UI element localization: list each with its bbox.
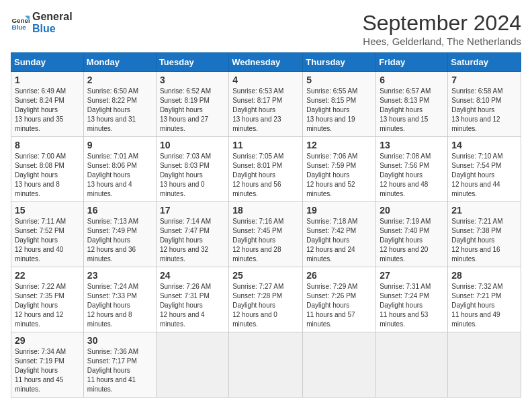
- table-row: 17Sunrise: 7:14 AMSunset: 7:47 PMDayligh…: [156, 202, 228, 267]
- svg-text:Blue: Blue: [11, 24, 26, 31]
- day-number: 3: [160, 75, 225, 85]
- calendar-title: September 2024: [362, 11, 521, 36]
- day-info: Sunrise: 7:08 AMSunset: 7:56 PMDaylight …: [380, 152, 444, 199]
- day-number: 15: [15, 205, 80, 216]
- table-row: 22Sunrise: 7:22 AMSunset: 7:35 PMDayligh…: [11, 267, 84, 332]
- day-info: Sunrise: 7:19 AMSunset: 7:40 PMDaylight …: [380, 217, 444, 264]
- table-row: 7Sunrise: 6:58 AMSunset: 8:10 PMDaylight…: [448, 72, 521, 137]
- table-row: 25Sunrise: 7:27 AMSunset: 7:28 PMDayligh…: [229, 267, 303, 332]
- day-number: 23: [87, 270, 152, 281]
- calendar-table: Sunday Monday Tuesday Wednesday Thursday…: [11, 52, 521, 398]
- day-number: 19: [306, 205, 372, 216]
- day-info: Sunrise: 7:18 AMSunset: 7:42 PMDaylight …: [306, 217, 372, 264]
- table-row: 5Sunrise: 6:55 AMSunset: 8:15 PMDaylight…: [303, 72, 376, 137]
- day-info: Sunrise: 7:01 AMSunset: 8:06 PMDaylight …: [87, 152, 152, 199]
- header-wednesday: Wednesday: [229, 53, 303, 72]
- day-info: Sunrise: 7:29 AMSunset: 7:26 PMDaylight …: [306, 282, 372, 329]
- day-number: 16: [87, 205, 152, 216]
- day-number: 22: [15, 270, 80, 281]
- page-header: General Blue General Blue September 2024…: [11, 11, 521, 47]
- day-info: Sunrise: 7:36 AMSunset: 7:17 PMDaylight …: [87, 347, 152, 394]
- day-info: Sunrise: 7:22 AMSunset: 7:35 PMDaylight …: [15, 282, 80, 329]
- day-info: Sunrise: 7:10 AMSunset: 7:54 PMDaylight …: [451, 152, 517, 199]
- day-number: 8: [15, 140, 80, 150]
- day-number: 5: [306, 75, 372, 85]
- table-row: 12Sunrise: 7:06 AMSunset: 7:59 PMDayligh…: [303, 137, 376, 202]
- day-info: Sunrise: 7:32 AMSunset: 7:21 PMDaylight …: [451, 282, 517, 329]
- table-row: 18Sunrise: 7:16 AMSunset: 7:45 PMDayligh…: [229, 202, 303, 267]
- title-area: September 2024 Hees, Gelderland, The Net…: [362, 11, 521, 47]
- table-row: 30Sunrise: 7:36 AMSunset: 7:17 PMDayligh…: [83, 332, 156, 398]
- table-row: [448, 332, 521, 398]
- day-info: Sunrise: 6:53 AMSunset: 8:17 PMDaylight …: [232, 87, 299, 134]
- table-row: 21Sunrise: 7:21 AMSunset: 7:38 PMDayligh…: [448, 202, 521, 267]
- day-number: 14: [451, 140, 517, 150]
- logo-text-general: General: [32, 11, 73, 23]
- day-info: Sunrise: 7:13 AMSunset: 7:49 PMDaylight …: [87, 217, 152, 264]
- day-info: Sunrise: 7:31 AMSunset: 7:24 PMDaylight …: [380, 282, 444, 329]
- day-info: Sunrise: 7:11 AMSunset: 7:52 PMDaylight …: [15, 217, 80, 264]
- table-row: 19Sunrise: 7:18 AMSunset: 7:42 PMDayligh…: [303, 202, 376, 267]
- day-number: 25: [232, 270, 299, 281]
- day-number: 2: [87, 75, 152, 85]
- table-row: 9Sunrise: 7:01 AMSunset: 8:06 PMDaylight…: [83, 137, 156, 202]
- day-number: 9: [87, 140, 152, 150]
- table-row: 24Sunrise: 7:26 AMSunset: 7:31 PMDayligh…: [156, 267, 228, 332]
- day-number: 17: [160, 205, 225, 216]
- day-number: 10: [160, 140, 225, 150]
- day-info: Sunrise: 7:06 AMSunset: 7:59 PMDaylight …: [306, 152, 372, 199]
- calendar-body: 1Sunrise: 6:49 AMSunset: 8:24 PMDaylight…: [11, 72, 521, 398]
- header-monday: Monday: [83, 53, 156, 72]
- header-saturday: Saturday: [448, 53, 521, 72]
- day-number: 29: [15, 335, 80, 346]
- table-row: 6Sunrise: 6:57 AMSunset: 8:13 PMDaylight…: [376, 72, 448, 137]
- table-row: 8Sunrise: 7:00 AMSunset: 8:08 PMDaylight…: [11, 137, 84, 202]
- table-row: 1Sunrise: 6:49 AMSunset: 8:24 PMDaylight…: [11, 72, 84, 137]
- calendar-header: Sunday Monday Tuesday Wednesday Thursday…: [11, 53, 521, 72]
- day-info: Sunrise: 7:21 AMSunset: 7:38 PMDaylight …: [451, 217, 517, 264]
- day-info: Sunrise: 6:52 AMSunset: 8:19 PMDaylight …: [160, 87, 225, 134]
- day-number: 28: [451, 270, 517, 281]
- day-info: Sunrise: 7:03 AMSunset: 8:03 PMDaylight …: [160, 152, 225, 199]
- day-number: 24: [160, 270, 225, 281]
- table-row: [156, 332, 228, 398]
- day-info: Sunrise: 6:55 AMSunset: 8:15 PMDaylight …: [306, 87, 372, 134]
- table-row: 29Sunrise: 7:34 AMSunset: 7:19 PMDayligh…: [11, 332, 84, 398]
- day-number: 30: [87, 335, 152, 346]
- day-info: Sunrise: 6:50 AMSunset: 8:22 PMDaylight …: [87, 87, 152, 134]
- day-info: Sunrise: 7:27 AMSunset: 7:28 PMDaylight …: [232, 282, 299, 329]
- day-info: Sunrise: 6:49 AMSunset: 8:24 PMDaylight …: [15, 87, 80, 134]
- day-info: Sunrise: 7:26 AMSunset: 7:31 PMDaylight …: [160, 282, 225, 329]
- day-info: Sunrise: 7:16 AMSunset: 7:45 PMDaylight …: [232, 217, 299, 264]
- table-row: [303, 332, 376, 398]
- day-number: 13: [380, 140, 444, 150]
- logo: General Blue General Blue: [11, 11, 73, 35]
- day-number: 7: [451, 75, 517, 85]
- table-row: 2Sunrise: 6:50 AMSunset: 8:22 PMDaylight…: [83, 72, 156, 137]
- table-row: 26Sunrise: 7:29 AMSunset: 7:26 PMDayligh…: [303, 267, 376, 332]
- day-number: 20: [380, 205, 444, 216]
- table-row: 3Sunrise: 6:52 AMSunset: 8:19 PMDaylight…: [156, 72, 228, 137]
- header-friday: Friday: [376, 53, 448, 72]
- day-info: Sunrise: 7:05 AMSunset: 8:01 PMDaylight …: [232, 152, 299, 199]
- table-row: 11Sunrise: 7:05 AMSunset: 8:01 PMDayligh…: [229, 137, 303, 202]
- day-number: 1: [15, 75, 80, 85]
- table-row: 28Sunrise: 7:32 AMSunset: 7:21 PMDayligh…: [448, 267, 521, 332]
- day-number: 21: [451, 205, 517, 216]
- day-number: 18: [232, 205, 299, 216]
- header-thursday: Thursday: [303, 53, 376, 72]
- day-info: Sunrise: 6:58 AMSunset: 8:10 PMDaylight …: [451, 87, 517, 134]
- day-info: Sunrise: 7:00 AMSunset: 8:08 PMDaylight …: [15, 152, 80, 199]
- logo-text-blue: Blue: [32, 23, 73, 35]
- day-info: Sunrise: 7:24 AMSunset: 7:33 PMDaylight …: [87, 282, 152, 329]
- table-row: 20Sunrise: 7:19 AMSunset: 7:40 PMDayligh…: [376, 202, 448, 267]
- day-number: 4: [232, 75, 299, 85]
- day-number: 6: [380, 75, 444, 85]
- table-row: 14Sunrise: 7:10 AMSunset: 7:54 PMDayligh…: [448, 137, 521, 202]
- table-row: 4Sunrise: 6:53 AMSunset: 8:17 PMDaylight…: [229, 72, 303, 137]
- header-sunday: Sunday: [11, 53, 84, 72]
- day-number: 11: [232, 140, 299, 150]
- table-row: 13Sunrise: 7:08 AMSunset: 7:56 PMDayligh…: [376, 137, 448, 202]
- day-number: 26: [306, 270, 372, 281]
- table-row: [229, 332, 303, 398]
